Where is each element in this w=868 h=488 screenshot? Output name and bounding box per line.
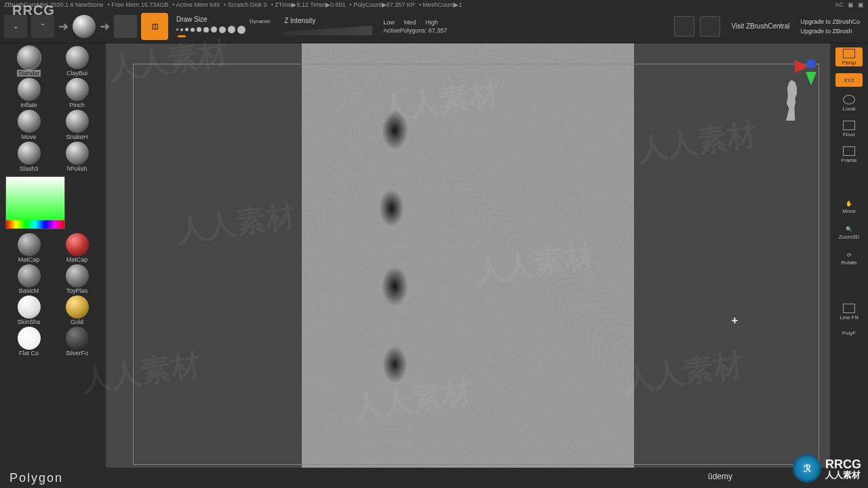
resolution-block: Low Med High ActivePolygons: 67,357 xyxy=(383,19,447,34)
z-intensity-marker xyxy=(313,36,321,39)
brush-slash3[interactable]: Slash3 xyxy=(5,142,52,172)
color-picker[interactable] xyxy=(5,176,65,229)
persp-toggle[interactable]: Persp xyxy=(835,47,863,66)
floor-icon xyxy=(843,121,855,130)
ztime: ZTime▶5.12 Timer▶0.001 xyxy=(271,1,346,8)
meshcount: MeshCount▶1 xyxy=(419,1,462,8)
upgrade-core-link[interactable]: Upgrade to ZBrushCo xyxy=(800,18,860,25)
head-silhouette-icon xyxy=(777,80,807,121)
polyf-button[interactable]: PolyF xyxy=(835,328,863,338)
persp-icon xyxy=(843,49,855,58)
symmetry-toggle[interactable]: ◫ xyxy=(141,13,168,40)
nav-head-gizmo[interactable] xyxy=(772,68,812,122)
hue-bar[interactable] xyxy=(6,220,64,228)
hand-icon: ✋ xyxy=(846,201,852,207)
polygon-label: Polygon xyxy=(9,471,63,485)
active-polys-value: 67,357 xyxy=(429,27,448,34)
viewport[interactable]: + xyxy=(106,43,830,468)
reference-button[interactable] xyxy=(700,16,720,37)
mat-matcap-gray[interactable]: MatCap xyxy=(5,233,52,263)
brush-cursor: + xyxy=(732,314,738,327)
left-panel: Standar ClayBui Inflate Pinch Move Snake… xyxy=(0,43,106,468)
brush-palette: Standar ClayBui Inflate Pinch Move Snake… xyxy=(5,46,100,172)
mat-matcap-red[interactable]: MatCap xyxy=(54,233,100,263)
z-intensity-control[interactable]: Z Intensity xyxy=(284,17,372,35)
drawsize-marker xyxy=(178,35,186,37)
tray-down-icon: ⌄ xyxy=(13,22,18,30)
active-polys-label: ActivePolygons: xyxy=(383,27,427,34)
material-sphere[interactable] xyxy=(73,15,96,38)
top-toolbar: ⌄ ⌃ ➜ ➜ ◫ Draw Size Dynamic Z Intensity … xyxy=(0,9,868,43)
zoom3d-button[interactable]: 🔍Zoom3D xyxy=(835,224,863,243)
z-axis-icon xyxy=(807,60,815,68)
mat-silverfoil[interactable]: SilverFo xyxy=(54,327,100,357)
brush-move[interactable]: Move xyxy=(5,110,52,140)
mat-toyplastic[interactable]: ToyPlas xyxy=(54,264,100,294)
upgrade-zbrush-link[interactable]: Upgrade to ZBrush xyxy=(800,28,860,35)
polycount: PolyCount▶67.357 KP xyxy=(350,1,415,8)
brush-hpolish[interactable]: hPolish xyxy=(54,142,100,172)
arrow-icon: ➜ xyxy=(58,19,68,34)
frame-button[interactable]: Frame xyxy=(835,145,863,164)
draw-size-dots[interactable] xyxy=(176,26,245,34)
file-button[interactable] xyxy=(114,15,137,38)
mat-flatcolor[interactable]: Flat Co xyxy=(5,327,52,357)
xyz-toggle[interactable]: XYZ xyxy=(835,73,863,87)
rotate-icon: ⟳ xyxy=(847,252,852,258)
bottom-bar: Polygon xyxy=(0,468,868,488)
move-view-button[interactable]: ✋Move xyxy=(835,198,863,217)
zoom-icon: 🔍 xyxy=(846,226,852,232)
mirror-icon: ◫ xyxy=(152,22,158,30)
z-intensity-label: Z Intensity xyxy=(284,17,372,24)
rrcg-logo: ℛ RRCG人人素材 xyxy=(793,454,861,483)
mat-basic[interactable]: BasicM xyxy=(5,264,52,294)
rotate-button[interactable]: ⟳Rotate xyxy=(835,249,863,268)
local-icon xyxy=(843,95,855,104)
active-mem: Active Mem 649 xyxy=(172,1,220,8)
linefill-button[interactable]: Line Fill xyxy=(835,302,863,321)
res-low[interactable]: Low xyxy=(383,19,395,26)
draw-size-label: Draw Size xyxy=(176,16,245,23)
arrow-icon-2: ➜ xyxy=(100,19,110,34)
brush-inflate[interactable]: Inflate xyxy=(5,78,52,108)
right-shelf: Persp XYZ Local Floor Frame ✋Move 🔍Zoom3… xyxy=(830,43,868,468)
res-high[interactable]: High xyxy=(425,19,438,26)
floor-toggle[interactable]: Floor xyxy=(835,119,863,138)
dynamic-label: Dynamic xyxy=(250,18,271,24)
scratch-disk: Scratch Disk 0 xyxy=(224,1,267,8)
status-bar: ZBrushCoreMini 2020.1.6 NewStone Free Me… xyxy=(0,0,868,9)
res-med[interactable]: Med xyxy=(404,19,416,26)
tray-up-icon: ⌃ xyxy=(40,22,45,30)
ac-label: AC xyxy=(835,1,844,8)
frame-icon xyxy=(843,146,855,156)
draw-size-control[interactable]: Draw Size xyxy=(176,16,245,37)
z-intensity-slider[interactable] xyxy=(284,26,372,35)
udemy-watermark: ûdemy xyxy=(708,472,732,481)
document-frame xyxy=(133,64,819,465)
brush-standard[interactable]: Standar xyxy=(5,46,52,77)
grid-icon xyxy=(843,304,855,313)
window-icon2[interactable]: ▣ xyxy=(858,1,864,8)
rrcg-logo-icon: ℛ xyxy=(793,454,821,483)
brush-pinch[interactable]: Pinch xyxy=(54,78,100,108)
mat-gold[interactable]: Gold xyxy=(54,296,100,325)
visit-link[interactable]: Visit ZBrushCentral xyxy=(731,22,789,30)
local-toggle[interactable]: Local xyxy=(835,94,863,113)
window-icon[interactable]: ▣ xyxy=(848,1,854,8)
watermark-rrcg: RRCG xyxy=(12,3,55,18)
mat-skinshade[interactable]: SkinSha xyxy=(5,296,52,325)
free-mem: Free Mem 15.734GB xyxy=(108,1,169,8)
brush-snakehook[interactable]: SnakeH xyxy=(54,110,100,140)
image-plane-button[interactable] xyxy=(674,16,694,37)
brush-claybuildup[interactable]: ClayBui xyxy=(54,46,100,77)
material-palette: MatCap MatCap BasicM ToyPlas SkinSha Gol… xyxy=(5,233,100,357)
